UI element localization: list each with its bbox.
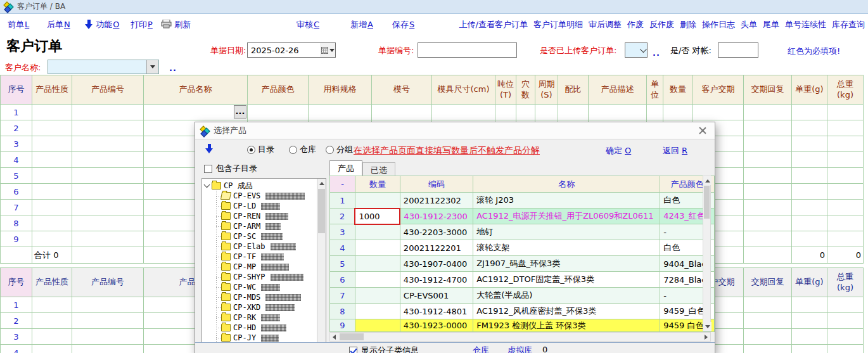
- grid-cell[interactable]: [744, 105, 792, 120]
- grid-cell[interactable]: [372, 105, 432, 120]
- grid-cell[interactable]: [72, 152, 144, 168]
- grid-cell[interactable]: [72, 105, 144, 120]
- grid-cell[interactable]: [495, 105, 516, 120]
- qty-cell[interactable]: [355, 256, 400, 272]
- grid-cell[interactable]: [792, 313, 827, 329]
- scroll-right-button[interactable]: [702, 333, 710, 341]
- next-order-button[interactable]: 后单N: [47, 19, 70, 30]
- grid-cell[interactable]: ...: [144, 105, 248, 120]
- unvoid-link[interactable]: 反作废: [649, 19, 674, 30]
- grid-cell[interactable]: [32, 231, 72, 247]
- grid-cell[interactable]: [72, 313, 144, 329]
- tree-item-cp-shyp[interactable]: CP-SHYP: [221, 272, 326, 282]
- tab-products[interactable]: 产品: [329, 160, 362, 176]
- first-order-link[interactable]: 头单: [741, 19, 757, 30]
- stock-query-link[interactable]: 库存查询: [832, 19, 865, 30]
- grid-cell[interactable]: [72, 120, 144, 136]
- grid-cell[interactable]: [827, 200, 864, 215]
- table-horizontal-scrollbar[interactable]: [329, 332, 711, 342]
- name-cell[interactable]: AC1912_风机座密封盖_环保3类: [473, 304, 660, 319]
- qty-cell[interactable]: [355, 288, 400, 304]
- qty-cell[interactable]: [355, 304, 400, 319]
- qty-cell[interactable]: [355, 272, 400, 288]
- delete-link[interactable]: 删除: [680, 19, 696, 30]
- code-cell[interactable]: 430-2203-3000: [400, 224, 473, 240]
- bill-date-input[interactable]: 2025-02-26: [247, 42, 336, 58]
- tree-item-cp-sc[interactable]: CP-SC: [221, 231, 326, 241]
- refresh-button[interactable]: 刷新: [161, 19, 191, 30]
- tree-root-cp[interactable]: CP 成品: [205, 181, 326, 191]
- include-subdir-checkbox[interactable]: 包含子目录: [204, 163, 257, 174]
- code-cell[interactable]: 430-1912-4700: [400, 272, 473, 288]
- reconcile-input[interactable]: [718, 42, 758, 58]
- save-button[interactable]: 保存S: [392, 19, 414, 30]
- tree-item-cp-tf[interactable]: CP-TF: [221, 252, 326, 262]
- customer-more-button[interactable]: ..: [169, 63, 177, 73]
- scrollbar-thumb[interactable]: [704, 186, 710, 219]
- name-cell[interactable]: 大轮盖(半成品): [473, 288, 660, 304]
- grid-cell[interactable]: [744, 297, 792, 313]
- name-cell[interactable]: 滚轮 J203: [473, 193, 660, 209]
- warehouse-link[interactable]: 仓库: [473, 345, 489, 353]
- operation-log-link[interactable]: 操作日志: [702, 19, 735, 30]
- qty-cell[interactable]: [355, 319, 400, 332]
- show-subclass-checkbox[interactable]: 显示分子类信息: [349, 345, 419, 353]
- grid-cell[interactable]: [32, 136, 72, 152]
- down-arrow-icon[interactable]: [205, 144, 214, 153]
- grid-cell[interactable]: [432, 105, 495, 120]
- order-detail-link[interactable]: 客户订单明细: [533, 19, 583, 30]
- grid-cell[interactable]: [792, 184, 827, 200]
- grid-cell[interactable]: [827, 152, 864, 168]
- tree-item-cp-ren[interactable]: CP-REN: [221, 211, 326, 221]
- qty-input-cell[interactable]: 1000: [355, 209, 400, 224]
- grid-cell[interactable]: [827, 168, 864, 184]
- functions-button[interactable]: 功能O: [85, 19, 119, 30]
- grid-cell[interactable]: [663, 105, 693, 120]
- ok-button[interactable]: 确定O: [606, 145, 631, 157]
- grid-cell[interactable]: [744, 200, 792, 215]
- add-new-button[interactable]: 新增A: [350, 19, 373, 30]
- last-order-link[interactable]: 尾单: [763, 19, 779, 30]
- back-button[interactable]: 返回R: [663, 145, 687, 157]
- grid-cell[interactable]: [792, 297, 827, 313]
- grid-cell[interactable]: [558, 105, 589, 120]
- grid-cell[interactable]: [792, 231, 827, 247]
- scrollbar-thumb[interactable]: [318, 189, 325, 233]
- name-cell[interactable]: ZJ1907_码盘_环保3类: [473, 256, 660, 272]
- grid-cell[interactable]: [535, 105, 558, 120]
- grid-cell[interactable]: [792, 200, 827, 215]
- grid-cell[interactable]: [72, 168, 144, 184]
- prev-order-button[interactable]: 前单L: [8, 19, 29, 30]
- grid-cell[interactable]: [792, 105, 827, 120]
- grid-cell[interactable]: [32, 313, 72, 329]
- grid-cell[interactable]: [744, 184, 792, 200]
- grid-cell[interactable]: [744, 345, 792, 353]
- grid-cell[interactable]: [744, 136, 792, 152]
- tree-item-cp-rk[interactable]: CP-RK: [221, 312, 326, 323]
- grid-cell[interactable]: [744, 231, 792, 247]
- code-cell[interactable]: CP-EVS001: [400, 288, 473, 304]
- grid-cell[interactable]: [792, 215, 827, 231]
- grid-cell[interactable]: [647, 105, 663, 120]
- grid-cell[interactable]: [32, 345, 72, 353]
- name-cell[interactable]: FM1923 检测仪上盖 环保3类: [473, 319, 660, 332]
- grid-cell[interactable]: [792, 168, 827, 184]
- grid-cell[interactable]: [589, 105, 647, 120]
- radio-group[interactable]: 分组: [326, 144, 353, 155]
- grid-cell[interactable]: [827, 329, 864, 345]
- grid-cell[interactable]: [72, 297, 144, 313]
- code-cell[interactable]: 430-1923-0000: [400, 319, 473, 332]
- grid-cell[interactable]: [32, 152, 72, 168]
- grid-cell[interactable]: [744, 168, 792, 184]
- scroll-left-button[interactable]: [330, 333, 338, 341]
- name-cell[interactable]: AC1912_电源开关推钮_用于ZL0609和ZL0611: [473, 209, 660, 224]
- grid-cell[interactable]: [72, 136, 144, 152]
- uploaded-select[interactable]: [625, 42, 648, 58]
- radio-catalog[interactable]: 目录: [247, 144, 274, 155]
- tree-item-cp-arm[interactable]: CP-ARM: [221, 221, 326, 231]
- upload-view-order-link[interactable]: 上传/查看客户订单: [459, 19, 528, 30]
- code-cell[interactable]: 430-1912-2300: [400, 209, 473, 224]
- grid-cell[interactable]: [32, 200, 72, 215]
- qty-cell[interactable]: [355, 240, 400, 256]
- void-link[interactable]: 作废: [627, 19, 644, 30]
